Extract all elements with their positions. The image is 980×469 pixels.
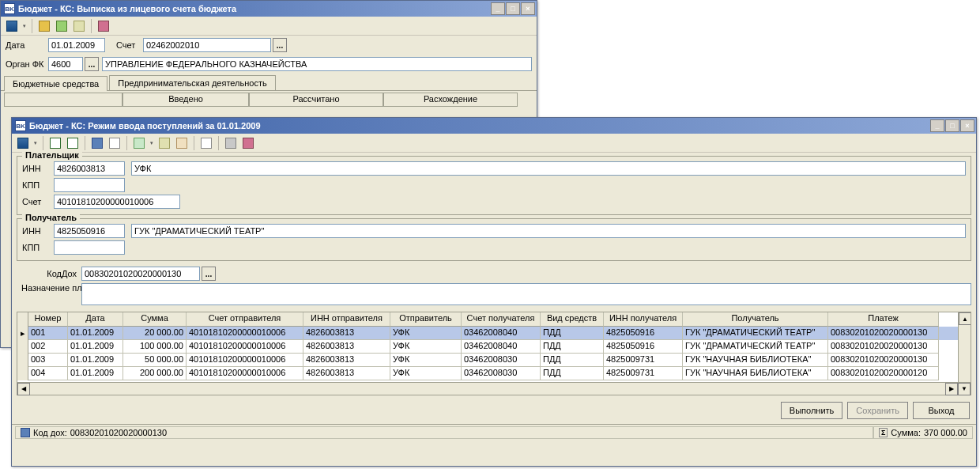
- cell-date: 01.01.2009: [68, 367, 123, 380]
- cell-racc: 03462008030: [462, 367, 541, 380]
- scroll-up-icon[interactable]: ▲: [959, 312, 971, 325]
- tab-budget-funds[interactable]: Бюджетные средства: [4, 76, 107, 91]
- col-entered[interactable]: Введено: [122, 93, 249, 107]
- legend-payer: Плательщик: [22, 150, 82, 160]
- save-dropdown[interactable]: ▾: [32, 140, 39, 146]
- organfk-code-input[interactable]: [48, 57, 83, 71]
- recv-inn-input[interactable]: [54, 224, 125, 238]
- payer-kpp-input[interactable]: [54, 178, 125, 192]
- payer-inn-input[interactable]: [54, 161, 125, 176]
- scroll-right-icon[interactable]: ▶: [945, 383, 958, 395]
- report-dropdown[interactable]: ▾: [149, 140, 155, 146]
- table-row[interactable]: ▸00101.01.200920 000.0040101810200000010…: [17, 327, 958, 340]
- col-pay[interactable]: Платеж: [828, 312, 939, 327]
- nazn-input[interactable]: [81, 283, 971, 305]
- tab-entrepreneur[interactable]: Предпринимательская деятельность: [109, 75, 275, 90]
- minimize-button[interactable]: _: [491, 2, 505, 15]
- col-vid[interactable]: Вид средств: [541, 312, 604, 327]
- bk-small-icon: [21, 428, 30, 437]
- row-selector[interactable]: [17, 340, 28, 354]
- page2-icon[interactable]: [174, 135, 190, 151]
- table-row[interactable]: 00201.01.2009100 000.0040101810200000010…: [17, 340, 958, 354]
- minimize-button[interactable]: _: [930, 119, 944, 132]
- col-sender[interactable]: Отправитель: [390, 312, 462, 327]
- col-recv-inn[interactable]: ИНН получателя: [604, 312, 683, 327]
- koddoh-lookup-button[interactable]: ...: [202, 267, 216, 281]
- cell-recv: ГУК "ДРАМАТИЧЕСКИЙ ТЕАТР": [683, 340, 828, 354]
- close-button[interactable]: ×: [960, 119, 974, 132]
- exit-button[interactable]: Выход: [913, 402, 970, 419]
- scroll-down-icon[interactable]: ▼: [958, 383, 971, 395]
- page-icon[interactable]: [71, 18, 87, 34]
- title-statement: Бюджет - КС: Выписка из лицевого счета б…: [18, 4, 491, 13]
- percent-icon[interactable]: [107, 135, 122, 151]
- account-input[interactable]: [143, 38, 271, 52]
- exit-icon[interactable]: [96, 18, 111, 34]
- save-dropdown[interactable]: ▾: [21, 23, 28, 29]
- col-calculated[interactable]: Рассчитано: [249, 93, 383, 107]
- grid-header-statement: Введено Рассчитано Расхождение: [4, 93, 533, 107]
- exit-icon[interactable]: [240, 135, 256, 151]
- maximize-button[interactable]: □: [506, 2, 520, 15]
- col-num[interactable]: Номер: [28, 312, 68, 327]
- col-sum[interactable]: Сумма: [123, 312, 187, 327]
- cell-vid: ПДД: [541, 327, 604, 340]
- page1-icon[interactable]: [156, 135, 172, 151]
- row-selector[interactable]: [17, 367, 28, 380]
- row-selector-head: [17, 312, 28, 327]
- row-selector[interactable]: [17, 354, 28, 367]
- recv-kpp-input[interactable]: [54, 240, 125, 255]
- save-icon[interactable]: [4, 18, 20, 34]
- arrow-left-icon[interactable]: [47, 135, 63, 151]
- organfk-lookup-button[interactable]: ...: [85, 57, 99, 71]
- bk-icon[interactable]: [89, 135, 105, 151]
- organfk-name-input[interactable]: [102, 57, 532, 71]
- col-diff[interactable]: Расхождение: [383, 93, 518, 107]
- cell-sacc: 40101810200000010006: [187, 354, 303, 367]
- report-icon[interactable]: [131, 135, 147, 151]
- date-input[interactable]: [48, 38, 105, 52]
- scrollbar-vertical[interactable]: ▲: [958, 312, 971, 382]
- titlebar-entry[interactable]: BK Бюджет - КС: Режим ввода поступлений …: [12, 118, 976, 134]
- cell-num: 003: [28, 354, 68, 367]
- row-selector[interactable]: ▸: [17, 327, 28, 340]
- arrow-right-icon[interactable]: [65, 135, 81, 151]
- recv-name-input[interactable]: [131, 224, 966, 238]
- col-recv[interactable]: Получатель: [683, 312, 828, 327]
- cell-rinn: 4825009731: [604, 367, 683, 380]
- titlebar-statement[interactable]: BK Бюджет - КС: Выписка из лицевого счет…: [1, 1, 537, 17]
- cell-date: 01.01.2009: [68, 327, 123, 340]
- cell-racc: 03462008040: [462, 340, 541, 354]
- save-icon[interactable]: [15, 135, 31, 151]
- cell-num: 002: [28, 340, 68, 354]
- save-button[interactable]: Сохранить: [847, 402, 908, 419]
- print-icon[interactable]: [223, 135, 239, 151]
- legend-recipient: Получатель: [22, 213, 80, 222]
- cell-vid: ПДД: [541, 340, 604, 354]
- table-row[interactable]: 00301.01.200950 000.00401018102000000100…: [17, 354, 958, 367]
- cell-sum: 100 000.00: [123, 340, 187, 354]
- button-bar: Выполнить Сохранить Выход: [12, 397, 976, 424]
- label-organfk: Орган ФК: [6, 59, 48, 69]
- account-lookup-button[interactable]: ...: [273, 38, 287, 52]
- cell-date: 01.01.2009: [68, 340, 123, 354]
- refresh-icon[interactable]: [54, 18, 70, 34]
- close-button[interactable]: ×: [521, 2, 535, 15]
- payer-acc-input[interactable]: [54, 195, 180, 209]
- sigma-icon[interactable]: [198, 135, 214, 151]
- maximize-button[interactable]: □: [945, 119, 959, 132]
- cell-date: 01.01.2009: [68, 354, 123, 367]
- book-icon[interactable]: [36, 18, 52, 34]
- col-date[interactable]: Дата: [68, 312, 123, 327]
- col-sender-acc[interactable]: Счет отправителя: [187, 312, 303, 327]
- label-payer-inn: ИНН: [22, 164, 54, 173]
- scrollbar-horizontal[interactable]: ◀ ▶ ▼: [17, 382, 971, 395]
- execute-button[interactable]: Выполнить: [781, 402, 842, 419]
- koddoh-input[interactable]: [81, 267, 200, 281]
- scroll-left-icon[interactable]: ◀: [17, 383, 30, 395]
- col-recv-acc[interactable]: Счет получателя: [462, 312, 541, 327]
- col-sender-inn[interactable]: ИНН отправителя: [303, 312, 390, 327]
- payer-name-input[interactable]: [131, 161, 966, 176]
- table-row[interactable]: 00401.01.2009200 000.0040101810200000010…: [17, 367, 958, 380]
- cell-pay: 00830201020020000130: [828, 327, 939, 340]
